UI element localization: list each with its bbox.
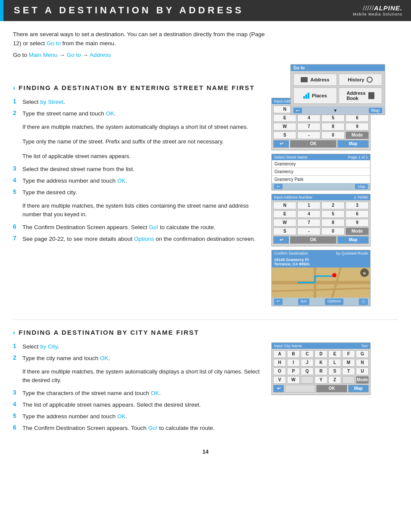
map-button-3[interactable]: Map: [337, 236, 369, 244]
key-U[interactable]: U: [356, 367, 369, 375]
key-1-2[interactable]: 1: [297, 202, 321, 209]
goto-link-2[interactable]: Go to: [67, 52, 81, 58]
key-7-2[interactable]: 7: [297, 219, 321, 227]
key-mode-city[interactable]: Mode: [356, 376, 369, 384]
key-9[interactable]: 9: [346, 123, 369, 131]
key-H[interactable]: H: [273, 359, 286, 367]
key-4-2[interactable]: 4: [297, 210, 321, 218]
key-dash-2[interactable]: -: [297, 227, 321, 235]
back-button-1[interactable]: ↩: [273, 140, 289, 148]
confirm-back-button[interactable]: ↩: [274, 299, 283, 305]
goto-link[interactable]: Go to: [47, 40, 61, 47]
section1-screenshots: Input Address Number 1 76390 N 1 2 3: [271, 98, 371, 306]
key-Z[interactable]: Z: [328, 376, 341, 384]
key-0[interactable]: 0: [321, 131, 345, 139]
ok-button-city[interactable]: OK: [316, 385, 347, 392]
key-3-2[interactable]: 3: [346, 202, 369, 209]
back-button-city[interactable]: ↩: [273, 385, 284, 392]
list-item[interactable]: Gramercy: [272, 168, 370, 176]
ok-link-2[interactable]: OK: [117, 177, 126, 184]
key-mode-2[interactable]: Mode: [346, 227, 369, 235]
key-A[interactable]: A: [273, 350, 286, 358]
key-E[interactable]: E: [273, 114, 296, 122]
s2-step-3: 3 Type the characters of the street name…: [13, 389, 263, 398]
s2-step-1: 1 Select by City.: [13, 342, 263, 352]
key-K[interactable]: K: [314, 359, 327, 367]
key-6[interactable]: 6: [346, 114, 369, 122]
list-item[interactable]: Gramercey: [272, 160, 370, 168]
ok-button-1[interactable]: OK: [290, 140, 336, 148]
key-M[interactable]: M: [342, 359, 355, 367]
address-link[interactable]: Address: [90, 52, 111, 58]
options-link[interactable]: Options: [134, 236, 154, 242]
ok-link-1[interactable]: OK: [106, 110, 115, 117]
info-button[interactable]: ⓘ: [359, 299, 368, 305]
key-J[interactable]: J: [301, 359, 314, 367]
by-city-link[interactable]: by City: [40, 343, 57, 350]
key-8-2[interactable]: 8: [321, 219, 345, 227]
key-5[interactable]: 5: [321, 114, 345, 122]
by-street-link[interactable]: by Street: [40, 99, 63, 105]
goto-places[interactable]: Places: [293, 87, 337, 104]
ok-link-street[interactable]: OK: [151, 390, 159, 396]
goto-history[interactable]: History: [339, 74, 382, 86]
key-R[interactable]: R: [314, 367, 327, 375]
map-button-1[interactable]: Map: [337, 140, 369, 148]
key-2-2[interactable]: 2: [321, 202, 345, 209]
key-S-2[interactable]: S: [273, 227, 296, 235]
key-N-city[interactable]: N: [356, 359, 369, 367]
key-Y[interactable]: Y: [314, 376, 327, 384]
key-P[interactable]: P: [287, 367, 300, 375]
key-N-2[interactable]: N: [273, 202, 296, 209]
key-S-city[interactable]: S: [328, 367, 341, 375]
key-V[interactable]: V: [273, 376, 286, 384]
key-T[interactable]: T: [342, 367, 355, 375]
key-W[interactable]: W: [273, 123, 296, 131]
goto-address[interactable]: Address: [293, 74, 337, 86]
key-F[interactable]: F: [342, 350, 355, 358]
go-link-1[interactable]: Go!: [149, 224, 158, 230]
key-dash[interactable]: -: [297, 131, 321, 139]
key-C[interactable]: C: [301, 350, 314, 358]
options-button[interactable]: Options: [325, 299, 343, 305]
goto-back-button[interactable]: ↩: [293, 108, 302, 113]
go-button[interactable]: Go!: [298, 299, 310, 305]
key-6-2[interactable]: 6: [346, 210, 369, 218]
key-9-2[interactable]: 9: [346, 219, 369, 227]
list-item[interactable]: Gramercy Park: [272, 176, 370, 183]
kb-footer-row-1: ↩ OK Map: [273, 140, 369, 148]
key-B[interactable]: B: [287, 350, 300, 358]
key-W-2[interactable]: W: [273, 219, 296, 227]
key-0-2[interactable]: 0: [321, 227, 345, 235]
main-menu-link[interactable]: Main Menu: [29, 52, 58, 58]
key-I[interactable]: I: [287, 359, 300, 367]
back-button-2[interactable]: ↩: [274, 184, 283, 189]
key-4[interactable]: 4: [297, 114, 321, 122]
step-2b: Type only the name of the street. Prefix…: [13, 136, 263, 148]
key-Q[interactable]: Q: [301, 367, 314, 375]
ok-link-city[interactable]: OK: [100, 355, 109, 361]
key-E-2[interactable]: E: [273, 210, 296, 218]
ok-button-2[interactable]: OK: [290, 236, 336, 244]
key-O[interactable]: O: [273, 367, 286, 375]
key-8[interactable]: 8: [321, 123, 345, 131]
goto-map-button[interactable]: Map: [369, 108, 382, 113]
key-7[interactable]: 7: [297, 123, 321, 131]
key-D[interactable]: D: [314, 350, 327, 358]
key-G[interactable]: G: [356, 350, 369, 358]
back-button-3[interactable]: ↩: [273, 236, 289, 244]
alpine-logo: /////ALPINE. Mobile Media Solutions: [353, 4, 402, 17]
key-W-city[interactable]: W: [287, 376, 300, 384]
key-mode[interactable]: Mode: [346, 131, 369, 139]
goto-address-book[interactable]: AddressBook: [339, 87, 382, 104]
clock-icon: [367, 77, 373, 83]
key-5-2[interactable]: 5: [321, 210, 345, 218]
key-L[interactable]: L: [328, 359, 341, 367]
key-E-city[interactable]: E: [328, 350, 341, 358]
key-S[interactable]: S: [273, 131, 296, 139]
ok-link-addr[interactable]: OK: [117, 413, 126, 420]
go-link-2[interactable]: Go!: [148, 425, 158, 431]
map-button-2[interactable]: Map: [355, 184, 368, 189]
section1-text: 1 Select by Street. 2 Type the street na…: [13, 98, 263, 306]
map-button-city[interactable]: Map: [348, 385, 369, 392]
